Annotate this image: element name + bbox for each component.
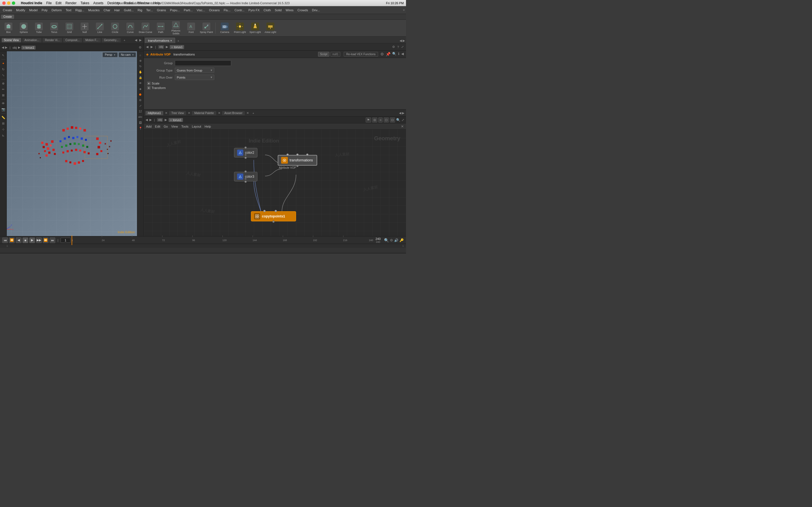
toolbar-muscles[interactable]: Muscles (87, 8, 101, 12)
vrt-settings[interactable]: ⚙ (138, 98, 143, 103)
tab-add[interactable]: + (122, 38, 127, 43)
toolbar-grains[interactable]: Grains (155, 8, 167, 12)
shelf-area-light[interactable]: Area Light (263, 22, 278, 35)
shelf-tab-create[interactable]: Create (1, 15, 14, 19)
vrt-home[interactable]: ⌂ (138, 52, 143, 57)
toolbar-flu[interactable]: Flu... (222, 8, 232, 12)
cam-btn[interactable]: No cam ▾ (119, 52, 136, 57)
tl-next-frame[interactable]: ▶▶ (36, 237, 42, 243)
tl-frame-input[interactable] (61, 238, 70, 243)
menu-takes[interactable]: Takes (79, 1, 91, 5)
shelf-spot-light[interactable]: Spot Light (248, 22, 262, 35)
tool-camera-view[interactable]: 📷 (1, 107, 6, 112)
toolbar-deform[interactable]: Deform (50, 8, 63, 12)
close-btn[interactable] (2, 1, 6, 5)
ne-tab-torus[interactable]: /obj/torus1 (146, 111, 163, 115)
scale-toggle[interactable]: ▸ (147, 82, 151, 85)
params-tab-add[interactable]: + (175, 39, 181, 43)
ne-btn-list[interactable]: ≡ (378, 117, 383, 122)
toolbar-wires[interactable]: Wires (284, 8, 295, 12)
ne-tab-treeview-close[interactable]: ✕ (187, 111, 192, 115)
shelf-box[interactable]: Box (1, 22, 16, 35)
ne-menu-view[interactable]: View (171, 125, 178, 128)
toolbar-model[interactable]: Model (28, 8, 39, 12)
max-btn[interactable] (12, 1, 15, 5)
tl-settings[interactable]: ⚙ (390, 238, 393, 242)
tool-sculpt[interactable]: ⊠ (1, 93, 6, 98)
shelf-sphere[interactable]: Sphere (16, 22, 31, 35)
vrt-pan[interactable]: ✋ (138, 69, 143, 74)
ne-tab-asset-close[interactable]: ✕ (245, 111, 250, 115)
params-gear[interactable]: ⚙ (380, 52, 384, 57)
tab-render-view[interactable]: Render Vi... (43, 38, 62, 42)
params-script-tab[interactable]: Script (318, 52, 329, 57)
tab-animation[interactable]: Animation... (22, 38, 42, 42)
shelf-circle[interactable]: Circle (108, 22, 122, 35)
toolbar-popu[interactable]: Popu... (168, 8, 182, 12)
ne-tab-asset[interactable]: Asset Browser (222, 111, 245, 115)
vp-fwd-btn[interactable]: ▶ (5, 46, 7, 49)
ne-back[interactable]: ◀ (146, 118, 148, 122)
node-copytopoints[interactable]: copytopoints1 (251, 211, 296, 221)
shelf-null[interactable]: Null (77, 22, 92, 35)
params-collapse[interactable]: ◀ ▶ (400, 39, 405, 43)
ne-btn-thumb[interactable]: ⊡ (384, 117, 389, 122)
param-transform-section[interactable]: ▸ Transform (147, 86, 403, 90)
vrt-fullscreen[interactable]: ⤢ (138, 103, 143, 108)
tl-zoom-in[interactable]: 🔍 (384, 238, 389, 242)
ne-btn-filter[interactable]: ⊟ (390, 117, 395, 122)
ne-btn-search[interactable]: 🔍 (396, 118, 400, 122)
tl-audio[interactable]: 🔊 (394, 238, 398, 242)
viewport-nav-left[interactable]: ◀ (135, 38, 137, 42)
tab-motion[interactable]: Motion F... (83, 38, 101, 42)
min-btn[interactable] (7, 1, 10, 5)
toolbar-crowds[interactable]: Crowds (296, 8, 310, 12)
shelf-torus[interactable]: Torus (47, 22, 61, 35)
param-group-input[interactable] (175, 60, 231, 66)
params-pin[interactable]: 📌 (386, 52, 391, 57)
ne-menu-go[interactable]: Go (164, 125, 168, 128)
shelf-line[interactable]: Line (93, 22, 107, 35)
toolbar-rig[interactable]: Rig (136, 8, 144, 12)
viewport-canvas[interactable]: Persp ▾ No cam ▾ X Y (0, 51, 137, 236)
tl-stop[interactable]: ■ (22, 237, 28, 243)
params-context[interactable]: obj (158, 45, 164, 49)
toolbar-add[interactable]: + (403, 8, 405, 12)
vrt-render[interactable]: ◈ (138, 86, 143, 91)
ne-tab-add[interactable]: + (251, 111, 256, 115)
vp-settings[interactable]: ⚙ (139, 46, 142, 49)
vrt-loc[interactable]: 📍 (138, 126, 143, 131)
menu-edit[interactable]: Edit (54, 1, 63, 5)
ne-collapse-btns[interactable]: ◀ ▶ (399, 111, 404, 115)
params-fwd[interactable]: ▶ (151, 45, 153, 49)
vrt-active[interactable]: ⬟ (138, 92, 143, 97)
params-back[interactable]: ◀ (146, 45, 148, 49)
toolbar-hair[interactable]: Hair (112, 8, 121, 12)
shelf-path[interactable]: Path (153, 22, 168, 35)
ne-btn-flag[interactable]: ⚑ (366, 117, 371, 122)
toolbar-poly[interactable]: Poly (40, 8, 49, 12)
tab-transformations[interactable]: transformations × (145, 38, 175, 43)
tool-scale[interactable]: ⤡ (1, 72, 6, 78)
reload-vex-btn[interactable]: Re-load VEX Functions (344, 52, 378, 57)
node-color2[interactable]: color2 (234, 148, 257, 158)
persp-btn[interactable]: Persp ▾ (103, 52, 117, 57)
vp-back-btn[interactable]: ◀ (2, 46, 4, 49)
toolbar-oceans[interactable]: Oceans (207, 8, 221, 12)
param-grouptype-dropdown[interactable]: Guess from Group ▾ (175, 68, 214, 73)
ne-context[interactable]: obj (157, 118, 163, 122)
tool-snap[interactable]: ⊕ (1, 80, 6, 86)
params-settings[interactable]: ⚙ (392, 45, 395, 49)
tl-to-start[interactable]: ⏮ (2, 237, 8, 243)
ne-fwd[interactable]: ▶ (149, 118, 152, 122)
tool-measure[interactable]: 📏 (1, 115, 6, 120)
params-search[interactable]: 🔍 (392, 52, 396, 57)
node-color3[interactable]: color3 (234, 172, 257, 181)
menu-render[interactable]: Render (64, 1, 78, 5)
shelf-draw-curve[interactable]: Draw Curve (138, 22, 153, 35)
ne-menu-add[interactable]: Add (146, 125, 152, 128)
ne-tab-material[interactable]: Material Palette (192, 111, 216, 115)
copytopoints-body[interactable]: copytopoints1 (251, 211, 296, 221)
params-info[interactable]: ℹ (398, 52, 400, 57)
toolbar-contr[interactable]: Contr... (233, 8, 246, 12)
